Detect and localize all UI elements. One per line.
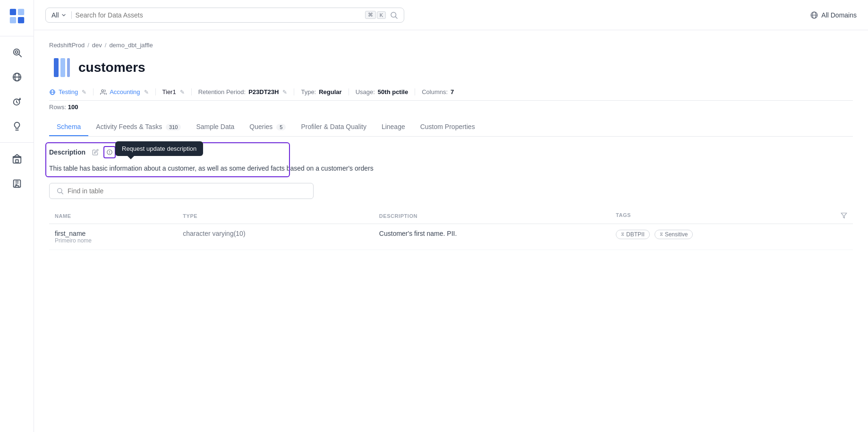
sidebar-item-globe[interactable] bbox=[7, 67, 27, 87]
domain-selector[interactable]: All Domains bbox=[810, 11, 857, 19]
activity-badge: 310 bbox=[166, 124, 181, 130]
meta-tier: Tier1 ✎ bbox=[156, 88, 192, 95]
sidebar-item-quality[interactable] bbox=[7, 116, 27, 137]
meta-usage: Usage: 50th pctile bbox=[349, 88, 416, 95]
find-search-icon bbox=[56, 187, 64, 195]
svg-point-31 bbox=[110, 153, 110, 154]
main-content: All ⌘ K All Domains RedshiftProd / bbox=[34, 0, 868, 432]
tooltip-box: Request update description bbox=[115, 141, 203, 156]
description-text: This table has basic information about a… bbox=[49, 163, 853, 173]
col-header-name: NAME bbox=[49, 208, 177, 224]
sidebar-item-governance[interactable] bbox=[7, 148, 27, 169]
meta-owner: Accounting ✎ bbox=[94, 88, 155, 95]
search-input[interactable] bbox=[76, 11, 361, 19]
tooltip-overlay: Request update description bbox=[115, 141, 203, 159]
svg-rect-22 bbox=[54, 58, 59, 77]
svg-line-33 bbox=[61, 192, 63, 194]
find-in-table bbox=[49, 183, 314, 199]
table-body: first_name Primeiro nome character varyi… bbox=[49, 224, 853, 250]
sidebar-item-knowledge[interactable] bbox=[7, 173, 27, 194]
svg-rect-11 bbox=[16, 160, 18, 163]
sidebar-divider-top bbox=[0, 36, 34, 36]
page-title-row: customers bbox=[49, 56, 853, 79]
tab-queries[interactable]: Queries 5 bbox=[242, 118, 293, 136]
rows-row: Rows: 100 bbox=[49, 104, 853, 111]
meta-retention: Retention Period: P23DT23H ✎ bbox=[192, 88, 295, 95]
columns-table: NAME TYPE DESCRIPTION TAGS bbox=[49, 208, 853, 250]
svg-point-32 bbox=[58, 189, 62, 193]
search-type-dropdown[interactable]: All bbox=[51, 11, 72, 19]
tab-custom-properties[interactable]: Custom Properties bbox=[413, 118, 483, 136]
breadcrumb-dev[interactable]: dev bbox=[92, 42, 102, 49]
meta-domain: Testing ✎ bbox=[49, 88, 94, 95]
keyboard-shortcut: ⌘ K bbox=[365, 11, 386, 19]
meta-columns: Columns: 7 bbox=[415, 88, 460, 95]
page-title: customers bbox=[78, 60, 145, 75]
search-bar: All ⌘ K bbox=[45, 8, 404, 23]
breadcrumb-demo[interactable]: demo_dbt_jaffle bbox=[109, 42, 153, 49]
description-section: Request update description Description bbox=[49, 146, 853, 173]
owner-icon bbox=[100, 89, 107, 95]
tabs-row: Schema Activity Feeds & Tasks 310 Sample… bbox=[49, 118, 853, 137]
domain-edit-icon[interactable]: ✎ bbox=[82, 89, 86, 95]
cell-type: character varying(10) bbox=[177, 224, 374, 250]
tags-filter-icon[interactable] bbox=[841, 212, 847, 220]
col-header-type: TYPE bbox=[177, 208, 374, 224]
table-header: NAME TYPE DESCRIPTION TAGS bbox=[49, 208, 853, 224]
meta-type: Type: Regular bbox=[294, 88, 349, 95]
col-header-tags: TAGS bbox=[610, 208, 853, 224]
svg-point-5 bbox=[15, 51, 17, 53]
svg-line-6 bbox=[19, 54, 21, 57]
tag-dbtpii[interactable]: ⧖ DBTPII bbox=[616, 230, 650, 239]
tier-edit-icon[interactable]: ✎ bbox=[180, 89, 185, 95]
tag-sensitive[interactable]: ⧖ Sensitive bbox=[655, 230, 693, 239]
owner-edit-icon[interactable]: ✎ bbox=[144, 89, 149, 95]
queries-badge: 5 bbox=[276, 124, 286, 130]
retention-edit-icon[interactable]: ✎ bbox=[282, 89, 287, 95]
cell-name: first_name Primeiro nome bbox=[49, 224, 177, 250]
sidebar bbox=[0, 0, 34, 432]
sidebar-item-explore[interactable] bbox=[7, 42, 27, 63]
tab-schema[interactable]: Schema bbox=[49, 118, 88, 136]
app-logo[interactable] bbox=[7, 6, 27, 26]
table-icon bbox=[49, 56, 72, 79]
svg-marker-34 bbox=[841, 213, 847, 218]
svg-point-17 bbox=[391, 12, 396, 17]
tab-profiler[interactable]: Profiler & Data Quality bbox=[293, 118, 374, 136]
col-header-description: DESCRIPTION bbox=[374, 208, 610, 224]
cell-tags: ⧖ DBTPII ⧖ Sensitive bbox=[610, 224, 853, 250]
table-row: first_name Primeiro nome character varyi… bbox=[49, 224, 853, 250]
page-content: RedshiftProd / dev / demo_dbt_jaffle cus… bbox=[34, 30, 868, 432]
description-request-icon[interactable] bbox=[103, 146, 116, 158]
sidebar-item-insight[interactable] bbox=[7, 91, 27, 112]
tab-sample-data[interactable]: Sample Data bbox=[188, 118, 242, 136]
breadcrumb: RedshiftProd / dev / demo_dbt_jaffle bbox=[49, 42, 853, 49]
tab-lineage[interactable]: Lineage bbox=[374, 118, 413, 136]
svg-rect-23 bbox=[60, 58, 65, 77]
domain-icon bbox=[49, 89, 56, 95]
description-edit-icon[interactable] bbox=[89, 146, 102, 158]
svg-rect-0 bbox=[9, 9, 16, 15]
sidebar-divider-mid bbox=[0, 142, 34, 143]
svg-rect-24 bbox=[67, 58, 70, 77]
tab-activity[interactable]: Activity Feeds & Tasks 310 bbox=[88, 118, 188, 136]
breadcrumb-redshiftprod[interactable]: RedshiftProd bbox=[49, 42, 85, 49]
svg-rect-1 bbox=[17, 9, 24, 15]
metadata-row: Testing ✎ Accounting ✎ Tier1 ✎ Retention… bbox=[49, 88, 853, 101]
svg-point-28 bbox=[102, 89, 104, 92]
svg-rect-2 bbox=[9, 17, 16, 23]
svg-line-18 bbox=[395, 17, 397, 18]
tooltip-arrow bbox=[128, 156, 134, 159]
search-icon bbox=[390, 11, 398, 19]
find-in-table-input[interactable] bbox=[68, 187, 306, 195]
top-header: All ⌘ K All Domains bbox=[34, 0, 868, 30]
svg-rect-3 bbox=[17, 17, 24, 23]
globe-icon bbox=[810, 11, 818, 19]
cell-description: Customer's first name. PII. bbox=[374, 224, 610, 250]
